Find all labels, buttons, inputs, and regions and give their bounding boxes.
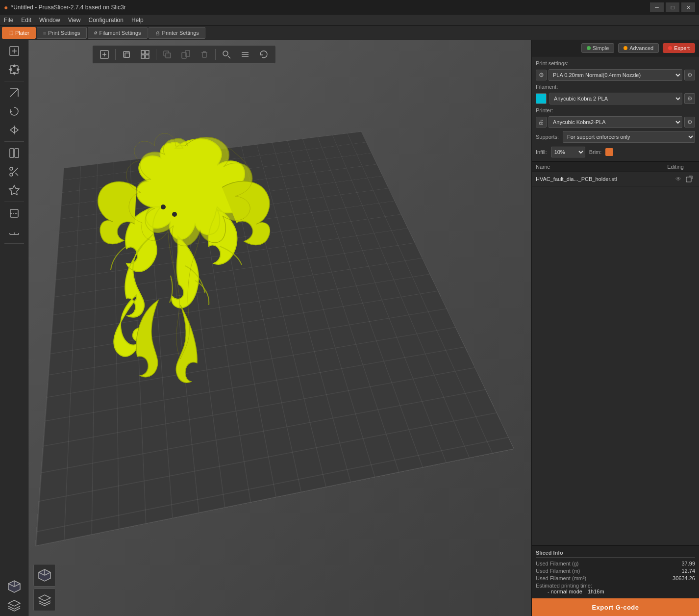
- tool-measure[interactable]: [3, 223, 25, 241]
- brim-checkbox[interactable]: [605, 148, 613, 156]
- svg-point-13: [10, 167, 13, 170]
- close-button[interactable]: ✕: [681, 2, 695, 12]
- tool-split[interactable]: [3, 144, 25, 162]
- sliced-row-0: Used Filament (g) 37.99: [536, 561, 695, 566]
- settings-panel: Print settings: ⚙ PLA 0.20mm Normal(0.4m…: [532, 56, 699, 161]
- col-name-header: Name: [536, 164, 656, 170]
- vp-3d-cube-btn[interactable]: [33, 564, 56, 587]
- brim-label: Brim:: [589, 149, 602, 155]
- tool-paint-supports[interactable]: [3, 181, 25, 199]
- vp-add-object-btn[interactable]: [97, 48, 112, 61]
- mode-advanced-label: Advanced: [629, 45, 653, 51]
- sliced-key-1: Used Filament (m): [536, 568, 580, 574]
- filament-settings-edit-btn[interactable]: ⚙: [684, 93, 695, 104]
- tool-seam[interactable]: [3, 205, 25, 222]
- svg-rect-54: [686, 177, 691, 182]
- print-settings-icon: ≡: [43, 30, 46, 36]
- printer-profile-select[interactable]: Anycubic Kobra2-PLA: [549, 116, 682, 128]
- sliced-normal-mode: - normal mode: [548, 589, 582, 594]
- vp-separator-2: [156, 49, 156, 60]
- viewport[interactable]: [28, 40, 531, 616]
- printer-settings-edit-btn[interactable]: ⚙: [684, 117, 695, 128]
- tool-mirror[interactable]: [3, 121, 25, 139]
- svg-rect-11: [10, 149, 14, 157]
- maximize-button[interactable]: □: [666, 2, 679, 12]
- vp-arrange-btn[interactable]: [137, 48, 153, 61]
- object-visibility-btn[interactable]: 👁: [674, 174, 683, 184]
- toolbar-separator-4: [4, 243, 24, 244]
- sliced-time-label-text: Estimated printing time:: [536, 583, 695, 589]
- infill-select[interactable]: 10%: [551, 147, 585, 157]
- print-profile-row: ⚙ PLA 0.20mm Normal(0.4mm Nozzle) ⚙: [536, 69, 695, 81]
- vp-layers-btn[interactable]: [33, 589, 56, 611]
- left-toolbar: [0, 40, 28, 616]
- print-settings-edit-btn[interactable]: ⚙: [684, 70, 695, 80]
- printer-icon: 🖨: [536, 117, 547, 128]
- infill-brim-row: Infill: 10% Brim:: [536, 147, 695, 157]
- tab-filament-settings[interactable]: ⌀ Filament Settings: [88, 27, 148, 39]
- tab-printer-settings[interactable]: 🖨 Printer Settings: [149, 27, 205, 39]
- plater-icon: ⬚: [8, 29, 13, 36]
- svg-marker-10: [14, 127, 18, 133]
- svg-rect-43: [202, 52, 206, 57]
- filament-label: Filament:: [536, 84, 565, 90]
- tool-cut[interactable]: [3, 163, 25, 180]
- svg-rect-38: [146, 55, 149, 58]
- main-area: Simple Advanced Expert Print settings: ⚙…: [0, 40, 699, 616]
- mode-simple-btn[interactable]: Simple: [581, 43, 615, 53]
- printer-label: Printer:: [536, 107, 565, 113]
- tool-layers[interactable]: [3, 596, 25, 614]
- svg-line-15: [12, 168, 18, 174]
- filament-settings-icon: ⌀: [94, 29, 98, 36]
- svg-rect-12: [15, 149, 19, 157]
- vp-bottom-controls: [33, 564, 56, 611]
- mode-expert-label: Expert: [674, 45, 690, 51]
- filament-profile-select[interactable]: Anycubic Kobra 2 PLA: [549, 93, 682, 104]
- object-edit-btn[interactable]: [683, 174, 695, 184]
- svg-point-29: [172, 212, 177, 217]
- print-settings-label: Print Settings: [48, 30, 80, 36]
- svg-marker-5: [13, 73, 15, 75]
- menu-edit[interactable]: Edit: [17, 16, 35, 25]
- toolbar-separator-3: [4, 202, 24, 202]
- vp-undo-btn[interactable]: [256, 48, 272, 61]
- right-panel: Simple Advanced Expert Print settings: ⚙…: [531, 40, 699, 616]
- vp-delete-all-btn[interactable]: [197, 48, 212, 61]
- vp-duplicate-btn[interactable]: [178, 48, 194, 61]
- menu-window[interactable]: Window: [35, 16, 64, 25]
- filament-settings-label: Filament Settings: [100, 30, 141, 36]
- tool-add-object[interactable]: [3, 42, 25, 60]
- tool-3d-view[interactable]: [3, 578, 25, 595]
- tool-rotate[interactable]: [3, 103, 25, 120]
- model-3d: [28, 40, 430, 501]
- titlebar: ● *Untitled - PrusaSlicer-2.7.4 based on…: [0, 0, 699, 15]
- tab-print-settings[interactable]: ≡ Print Settings: [37, 27, 87, 39]
- tabbar: ⬚ Plater ≡ Print Settings ⌀ Filament Set…: [0, 26, 699, 40]
- col-editing-header: Editing: [656, 164, 695, 170]
- svg-rect-37: [141, 55, 145, 58]
- menu-configuration[interactable]: Configuration: [85, 16, 127, 25]
- mode-expert-btn[interactable]: Expert: [663, 43, 695, 53]
- print-profile-select[interactable]: PLA 0.20mm Normal(0.4mm Nozzle): [549, 69, 682, 81]
- tool-scale[interactable]: [3, 84, 25, 102]
- svg-marker-9: [10, 127, 14, 133]
- export-gcode-button[interactable]: Export G-code: [532, 598, 699, 616]
- vp-separator-1: [115, 49, 116, 60]
- minimize-button[interactable]: ─: [650, 2, 664, 12]
- mode-bar: Simple Advanced Expert: [532, 40, 699, 56]
- tab-plater[interactable]: ⬚ Plater: [2, 27, 36, 39]
- menu-file[interactable]: File: [0, 16, 17, 25]
- app-title: *Untitled - PrusaSlicer-2.7.4 based on S…: [11, 4, 125, 11]
- vp-instance-btn[interactable]: [159, 48, 175, 61]
- vp-settings-btn[interactable]: [237, 48, 253, 61]
- tool-move[interactable]: [3, 61, 25, 78]
- vp-search-btn[interactable]: [219, 48, 234, 61]
- print-settings-gear-btn[interactable]: ⚙: [536, 70, 547, 80]
- mode-advanced-btn[interactable]: Advanced: [618, 43, 659, 53]
- menu-help[interactable]: Help: [127, 16, 148, 25]
- supports-select[interactable]: For support enforcers only: [563, 131, 695, 143]
- titlebar-left: ● *Untitled - PrusaSlicer-2.7.4 based on…: [4, 3, 126, 11]
- menu-view[interactable]: View: [64, 16, 85, 25]
- filament-color-swatch[interactable]: [536, 93, 547, 104]
- vp-copy-btn[interactable]: [119, 48, 134, 61]
